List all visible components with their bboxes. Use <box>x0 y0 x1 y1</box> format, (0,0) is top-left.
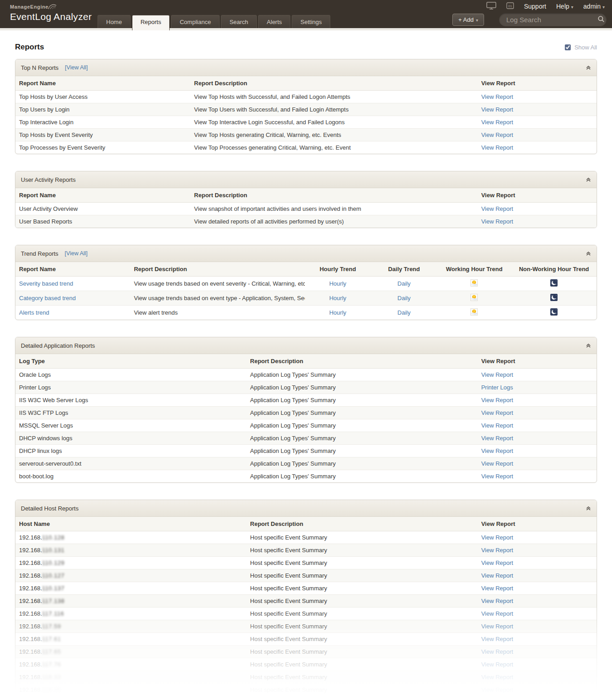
view-report-link[interactable]: View Report <box>481 547 514 554</box>
report-name: boot-boot.log <box>15 470 246 483</box>
view-report-link[interactable]: View Report <box>481 460 514 467</box>
section-title: Detailed Application Reports <box>21 342 95 349</box>
view-report-link[interactable]: View Report <box>481 572 514 579</box>
table-row: DHCP linux logsApplication Log Types' Su… <box>15 445 597 457</box>
main-nav: Home Reports Compliance Search Alerts Se… <box>98 15 332 28</box>
view-report-link[interactable]: View Report <box>481 610 514 617</box>
view-report-link[interactable]: View Report <box>481 648 514 655</box>
table-row: DHCP windows logsApplication Log Types' … <box>15 432 597 445</box>
help-menu[interactable]: Help <box>556 3 573 10</box>
column-header: Log Type <box>15 354 246 369</box>
table-row: 192.168.118.35Host specific Event Summar… <box>15 684 597 696</box>
moon-icon[interactable] <box>550 281 558 288</box>
show-all-checkbox[interactable] <box>565 44 571 50</box>
collapse-section-icon[interactable] <box>586 251 591 256</box>
header-top-links: 01 Support Help admin <box>486 2 605 11</box>
view-report-link[interactable]: View Report <box>481 534 514 541</box>
view-report-link[interactable]: View Report <box>481 144 514 151</box>
view-report-link[interactable]: View Report <box>481 686 514 693</box>
sun-icon[interactable] <box>470 296 478 302</box>
search-input[interactable] <box>505 15 597 24</box>
tab-alerts[interactable]: Alerts <box>258 15 290 28</box>
report-description: View alert trends <box>130 306 304 320</box>
table-row: Top Users by LoginView Top Users with Su… <box>15 103 597 116</box>
report-description: Host specific Event Summary <box>246 531 477 544</box>
search-icon[interactable] <box>597 15 605 24</box>
chevron-down-icon <box>571 3 573 10</box>
host-ip-prefix: 192.168. <box>19 585 42 592</box>
hourly-trend-link[interactable]: Hourly <box>329 309 347 316</box>
report-description: Application Log Types' Summary <box>246 381 477 394</box>
view-report-link[interactable]: View Report <box>481 473 514 480</box>
view-report-link[interactable]: View Report <box>481 623 514 630</box>
sun-icon[interactable] <box>470 281 478 288</box>
section-trend-reports: Trend Reports [View All] Report NameRepo… <box>15 245 597 320</box>
view-report-link[interactable]: View Report <box>481 119 514 126</box>
collapse-section-icon[interactable] <box>586 343 591 348</box>
tab-search[interactable]: Search <box>221 15 257 28</box>
view-report-link[interactable]: View Report <box>481 661 514 668</box>
host-ip-prefix: 192.168. <box>19 572 42 579</box>
moon-icon[interactable] <box>550 296 558 302</box>
report-name-link[interactable]: Alerts trend <box>19 309 49 316</box>
moon-icon[interactable] <box>550 310 558 317</box>
hourly-trend-link[interactable]: Hourly <box>329 295 347 301</box>
view-all-link[interactable]: [View All] <box>65 64 88 71</box>
column-header: Report Description <box>246 354 477 369</box>
chevron-down-icon <box>476 16 478 23</box>
sun-icon[interactable] <box>470 310 478 317</box>
chevron-down-icon <box>602 3 605 10</box>
view-report-link[interactable]: View Report <box>481 435 514 442</box>
tab-home[interactable]: Home <box>98 15 131 28</box>
report-name-link[interactable]: Severity based trend <box>19 280 73 287</box>
view-report-link[interactable]: View Report <box>481 598 514 604</box>
view-report-link[interactable]: View Report <box>481 218 514 225</box>
view-report-link[interactable]: View Report <box>481 585 514 592</box>
show-all-label: Show All <box>574 44 597 51</box>
view-report-link[interactable]: Printer Logs <box>481 384 513 391</box>
user-activity-reports-table: Report NameReport DescriptionView Report… <box>15 188 597 228</box>
table-row: 192.168.110.131Host specific Event Summa… <box>15 544 597 557</box>
section-detailed-application-reports: Detailed Application Reports Log TypeRep… <box>15 337 597 483</box>
report-name: User Based Reports <box>15 215 191 228</box>
view-report-link[interactable]: View Report <box>481 636 514 642</box>
report-description: Application Log Types' Summary <box>246 470 477 483</box>
tab-reports[interactable]: Reports <box>132 15 170 30</box>
view-report-link[interactable]: View Report <box>481 371 514 378</box>
brand-logo: ManageEngine EventLog Analyzer <box>10 3 92 21</box>
add-button[interactable]: + Add <box>452 14 484 26</box>
report-name: Oracle Logs <box>15 369 246 381</box>
swoosh-icon <box>48 3 58 10</box>
collapse-section-icon[interactable] <box>586 506 591 511</box>
view-report-link[interactable]: View Report <box>481 93 514 100</box>
section-user-activity-reports: User Activity Reports Report NameReport … <box>15 171 597 228</box>
tab-settings[interactable]: Settings <box>292 15 330 28</box>
table-row: serverout-serverout0.txtApplication Log … <box>15 457 597 470</box>
daily-trend-link[interactable]: Daily <box>397 280 411 287</box>
view-report-link[interactable]: View Report <box>481 131 514 138</box>
column-header: Report Description <box>246 517 477 531</box>
column-header: View Report <box>478 188 597 203</box>
tab-compliance[interactable]: Compliance <box>171 15 220 28</box>
monitor-icon[interactable] <box>486 2 496 11</box>
table-row: Category based trendView usage trends ba… <box>15 291 597 306</box>
report-name-link[interactable]: Category based trend <box>19 295 76 301</box>
daily-trend-link[interactable]: Daily <box>397 295 411 301</box>
view-report-link[interactable]: View Report <box>481 397 514 403</box>
view-report-link[interactable]: View Report <box>481 205 514 212</box>
view-report-link[interactable]: View Report <box>481 559 514 566</box>
support-link[interactable]: Support <box>524 3 546 10</box>
view-report-link[interactable]: View Report <box>481 674 514 681</box>
daily-trend-link[interactable]: Daily <box>397 309 411 316</box>
collapse-section-icon[interactable] <box>586 65 591 70</box>
collapse-section-icon[interactable] <box>586 177 591 182</box>
view-report-link[interactable]: View Report <box>481 106 514 113</box>
view-report-link[interactable]: View Report <box>481 422 514 429</box>
view-report-link[interactable]: View Report <box>481 447 514 454</box>
host-ip-redacted: 110.129 <box>42 559 65 566</box>
view-all-link[interactable]: [View All] <box>65 250 88 257</box>
binary-icon[interactable]: 01 <box>506 2 514 10</box>
view-report-link[interactable]: View Report <box>481 409 514 416</box>
hourly-trend-link[interactable]: Hourly <box>329 280 347 287</box>
user-menu[interactable]: admin <box>583 3 605 10</box>
